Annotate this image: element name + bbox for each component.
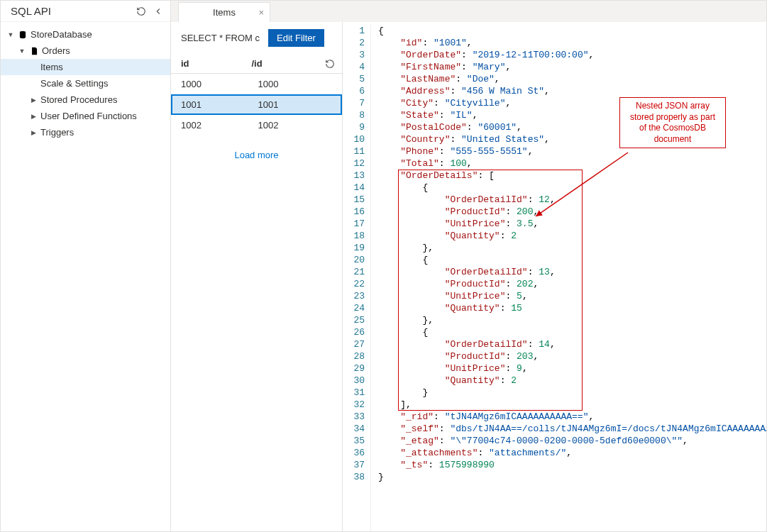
item-row[interactable]: 10021002 (171, 115, 342, 135)
column-id: id (181, 58, 252, 69)
chevron-right-icon: ▶ (29, 129, 38, 136)
collapse-icon[interactable] (153, 6, 163, 16)
tabbar: Items × (171, 1, 766, 22)
tree-item-scale[interactable]: Scale & Settings (1, 75, 170, 92)
sidebar: SQL API ▼ StoreDatabase ▼ (1, 1, 171, 531)
tree-item-container[interactable]: ▼ Orders (1, 43, 170, 59)
line-gutter: 1234567891011121314151617181920212223242… (343, 25, 371, 531)
tree-label: StoreDatabase (31, 29, 92, 40)
tree-label: Items (40, 62, 63, 72)
chevron-down-icon: ▼ (18, 48, 26, 55)
json-editor[interactable]: 1234567891011121314151617181920212223242… (343, 22, 766, 531)
tab-items[interactable]: Items × (178, 2, 270, 22)
chevron-right-icon: ▶ (29, 113, 38, 120)
tree-item-sprocs[interactable]: ▶ Stored Procedures (1, 92, 170, 108)
database-icon (18, 30, 28, 40)
chevron-down-icon: ▼ (6, 31, 15, 38)
annotation-callout: Nested JSON array stored properly as par… (619, 97, 726, 148)
item-row[interactable]: 10001000 (171, 74, 342, 94)
tree-item-items[interactable]: Items (1, 59, 170, 75)
items-header: id /id (171, 54, 342, 74)
query-text: SELECT * FROM c (181, 33, 260, 43)
resource-tree: ▼ StoreDatabase ▼ Orders Items Scale & S… (1, 22, 170, 145)
refresh-icon[interactable] (136, 6, 146, 16)
sidebar-title: SQL API (11, 5, 51, 17)
item-row[interactable]: 10011001 (171, 94, 342, 115)
edit-filter-button[interactable]: Edit Filter (268, 29, 324, 47)
chevron-right-icon: ▶ (29, 96, 38, 104)
tab-label: Items (213, 7, 236, 18)
main-area: Items × SELECT * FROM c Edit Filter id /… (171, 1, 766, 531)
tree-label: User Defined Functions (40, 111, 137, 121)
tree-item-database[interactable]: ▼ StoreDatabase (1, 26, 170, 43)
refresh-icon[interactable] (325, 59, 335, 69)
tree-label: Scale & Settings (40, 78, 108, 89)
items-panel: SELECT * FROM c Edit Filter id /id 10001… (171, 22, 343, 531)
load-more-link[interactable]: Load more (171, 135, 342, 174)
sidebar-header: SQL API (1, 1, 170, 22)
column-partition-key: /id (252, 58, 323, 69)
query-row: SELECT * FROM c Edit Filter (171, 22, 342, 54)
tree-label: Orders (42, 45, 70, 56)
tree-label: Stored Procedures (40, 94, 117, 105)
tree-item-triggers[interactable]: ▶ Triggers (1, 124, 170, 140)
close-icon[interactable]: × (258, 7, 264, 18)
document-icon (29, 46, 39, 56)
tree-label: Triggers (40, 127, 74, 138)
tree-item-udf[interactable]: ▶ User Defined Functions (1, 108, 170, 124)
